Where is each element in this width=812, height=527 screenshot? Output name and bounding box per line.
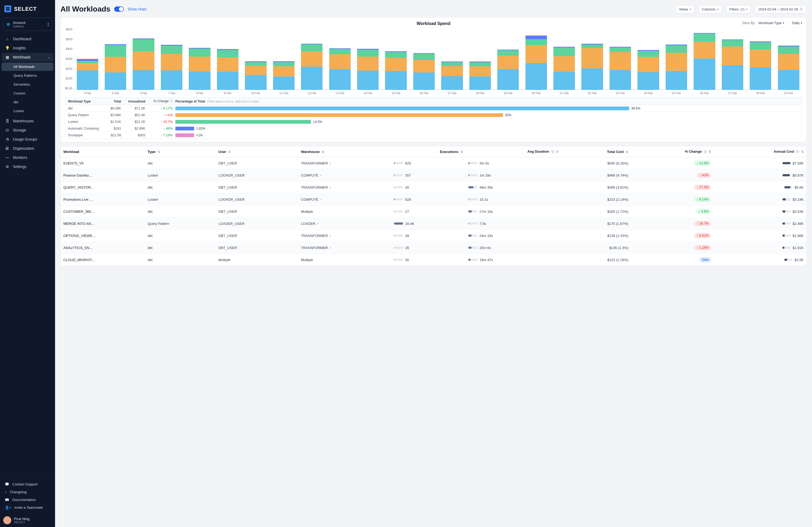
bar-20-Feb[interactable] bbox=[523, 35, 550, 90]
subnav-item-looker[interactable]: Looker bbox=[2, 107, 54, 115]
account-picker[interactable]: ❄ Account Cyberco ▴▾ bbox=[3, 18, 52, 31]
slice-by-value: Workload Type bbox=[758, 21, 782, 25]
views-button[interactable]: Views ▾ bbox=[675, 5, 694, 13]
icon: 💬 bbox=[5, 482, 9, 486]
table-row[interactable]: QUERY_HISTOR… dbt DBT_USER TRANSFORMER↗ … bbox=[61, 181, 806, 194]
bar-26-Feb[interactable] bbox=[691, 33, 718, 90]
bar-6-Feb[interactable] bbox=[130, 39, 157, 90]
legend-row-dbt[interactable]: dbt $5.08K $71.3K ↓ 6.17% 48.5% bbox=[65, 105, 802, 112]
col-type[interactable]: Type ⇅ bbox=[145, 146, 216, 157]
nav-item-workloads[interactable]: ▦ Workloads ⌄ bbox=[2, 53, 54, 61]
bar-9-Feb[interactable] bbox=[214, 49, 241, 90]
subnav-item-serverless[interactable]: Serverless bbox=[2, 80, 54, 89]
external-link-icon[interactable]: ↗ bbox=[329, 162, 331, 165]
table-row[interactable]: EVENTS_V5 dbt DBT_USER TRANSFORMER↗ 625 … bbox=[61, 157, 806, 169]
bar-24-Feb[interactable] bbox=[635, 50, 662, 90]
slice-by-picker[interactable]: Workload Type ▾ bbox=[758, 21, 784, 25]
footer-item-contact-support[interactable]: 💬Contact Support bbox=[2, 480, 54, 488]
bar-11-Feb[interactable] bbox=[271, 61, 297, 90]
bar-14-Feb[interactable] bbox=[354, 49, 381, 90]
x-tick: 4 Feb bbox=[74, 91, 101, 95]
col-avg-duration[interactable]: Avg Duration ⓘ ⇅ bbox=[466, 146, 562, 157]
table-row[interactable]: OPTIONS_VIEWE… dbt DBT_USER TRANSFORMER↗… bbox=[61, 230, 806, 242]
segment-qp bbox=[469, 66, 491, 76]
bar-29-Feb[interactable] bbox=[775, 46, 802, 90]
bar-23-Feb[interactable] bbox=[607, 47, 634, 90]
nav-item-monitors[interactable]: ⁓ Monitors bbox=[2, 153, 54, 162]
col--change[interactable]: % Change ⓘ ⇅ bbox=[631, 146, 714, 157]
bar-15-Feb[interactable] bbox=[382, 51, 409, 90]
brand-logo[interactable]: SELECT bbox=[0, 0, 55, 16]
segment-dbt bbox=[441, 76, 463, 90]
nav-item-storage[interactable]: ⛁ Storage bbox=[2, 126, 54, 134]
x-tick: 16 Feb bbox=[410, 91, 437, 95]
footer-item-documentation[interactable]: 📖Documentation bbox=[2, 496, 54, 504]
external-link-icon[interactable]: ↗ bbox=[329, 186, 331, 189]
granularity-picker[interactable]: Daily ▾ bbox=[792, 21, 802, 25]
col-workload[interactable]: Workload bbox=[61, 146, 145, 157]
legend-row-sp[interactable]: Snowpipe $21.56 $303 ↓ 7.18% <1% bbox=[65, 132, 802, 138]
nav-item-dashboard[interactable]: ⌂ Dashboard bbox=[2, 35, 54, 43]
legend-row-looker[interactable]: Looker $1.51K $21.2K ↑ 15.7% 14.5% bbox=[65, 119, 802, 125]
col-user[interactable]: User ⇅ bbox=[216, 146, 298, 157]
current-user[interactable]: Prue Ning SELECT bbox=[0, 514, 55, 527]
bar-12-Feb[interactable] bbox=[298, 44, 325, 90]
table-row[interactable]: ANALYTICS_SN… dbt DBT_USER TRANSFORMER↗ … bbox=[61, 242, 806, 254]
legend-row-ac[interactable]: Automatic Clustering $191 $2.68K ↓ 48% 1… bbox=[65, 125, 802, 132]
bar-13-Feb[interactable] bbox=[326, 48, 353, 90]
bar-4-Feb[interactable] bbox=[74, 59, 101, 90]
subnav-item-dbt[interactable]: dbt bbox=[2, 98, 54, 106]
nav-item-warehouses[interactable]: 🗄 Warehouses bbox=[2, 117, 54, 125]
footer-item-invite-a-teammate[interactable]: 👤+Invite a Teammate bbox=[2, 504, 54, 511]
bar-17-Feb[interactable] bbox=[438, 61, 465, 90]
bar-5-Feb[interactable] bbox=[102, 44, 129, 90]
bar-21-Feb[interactable] bbox=[551, 47, 578, 90]
bar-8-Feb[interactable] bbox=[186, 48, 213, 90]
col-annual-cost[interactable]: Annual Cost ⓘ ⇅ bbox=[714, 146, 806, 157]
bar-28-Feb[interactable] bbox=[747, 41, 774, 90]
nav-item-settings[interactable]: ⚙ Settings bbox=[2, 162, 54, 171]
external-link-icon[interactable]: ↗ bbox=[329, 246, 331, 250]
legend-row-qp[interactable]: Query Pattern $3.66K $51.4K ↑ <1% 35% bbox=[65, 112, 802, 119]
nav-item-organization[interactable]: 🏛 Organization bbox=[2, 144, 54, 153]
bar-7-Feb[interactable] bbox=[158, 45, 185, 90]
x-tick: 20 Feb bbox=[523, 91, 550, 95]
nav-item-insights[interactable]: 💡 Insights bbox=[2, 44, 54, 52]
pct-change: ↑ 1.16% bbox=[631, 242, 714, 254]
subnav-item-custom[interactable]: Custom bbox=[2, 89, 54, 97]
executions: 528 bbox=[391, 194, 466, 206]
nav-item-usage-groups[interactable]: ◔ Usage Groups bbox=[2, 135, 54, 144]
bar-16-Feb[interactable] bbox=[410, 53, 437, 90]
bars[interactable] bbox=[74, 28, 802, 95]
filters-button[interactable]: Filters (0) ▾ bbox=[726, 5, 751, 13]
bar-19-Feb[interactable] bbox=[495, 50, 521, 90]
columns-button[interactable]: Columns ▾ bbox=[698, 5, 722, 13]
table-row[interactable]: Promotions Live … Looker LOOKER_USER COM… bbox=[61, 194, 806, 206]
col-warehouse[interactable]: Warehouse ⇅ bbox=[298, 146, 391, 157]
external-link-icon[interactable]: ↗ bbox=[329, 234, 331, 238]
date-range-button[interactable]: 2024-02-04 ~ 2024-02-29 🗓 bbox=[755, 5, 807, 13]
workload-name: Promotions Live … bbox=[61, 194, 145, 206]
subnav-item-query-patterns[interactable]: Query Patterns bbox=[2, 71, 54, 80]
footer-item-changelog[interactable]: ↕Changelog bbox=[2, 488, 54, 496]
external-link-icon[interactable]: ↗ bbox=[316, 222, 318, 225]
col-total-cost[interactable]: Total Cost ⇅ bbox=[561, 146, 631, 157]
bar-27-Feb[interactable] bbox=[719, 40, 746, 90]
x-tick: 24 Feb bbox=[635, 91, 662, 95]
bar-25-Feb[interactable] bbox=[663, 45, 690, 90]
table-row[interactable]: Finance Dashbo… Looker LOOKER_USER COMPU… bbox=[61, 169, 806, 181]
subnav-item-all-workloads[interactable]: All Workloads bbox=[2, 62, 54, 71]
segment-qp bbox=[357, 57, 379, 71]
show-chart-toggle[interactable] bbox=[114, 6, 124, 12]
external-link-icon[interactable]: ↗ bbox=[319, 174, 322, 177]
table-row[interactable]: CLOUD_MIGRATI… dbt Multiple Multiple 30 … bbox=[61, 254, 806, 266]
bar-10-Feb[interactable] bbox=[242, 61, 269, 90]
bar-22-Feb[interactable] bbox=[579, 44, 606, 90]
segment-qp bbox=[413, 60, 435, 73]
table-row[interactable]: CUSTOMER_360… dbt DBT_USER Multiple 27 2… bbox=[61, 206, 806, 217]
external-link-icon[interactable]: ↗ bbox=[319, 198, 322, 201]
col-executions[interactable]: Executions ⇅ bbox=[391, 146, 466, 157]
bar-18-Feb[interactable] bbox=[467, 61, 494, 90]
x-tick: 11 Feb bbox=[271, 91, 297, 95]
table-row[interactable]: MERGE INTO AN… Query Pattern LOADER_USER… bbox=[61, 217, 806, 230]
